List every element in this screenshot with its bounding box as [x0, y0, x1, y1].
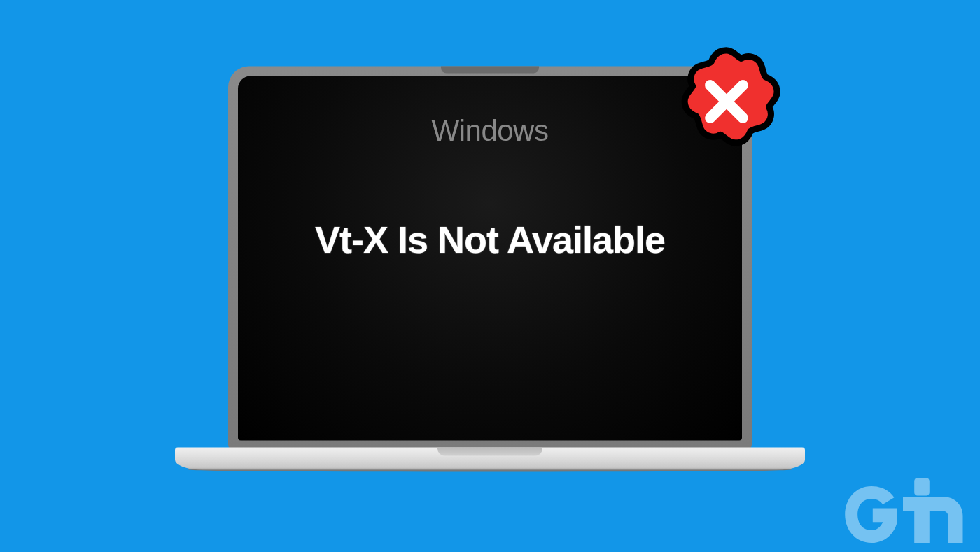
- svg-rect-2: [914, 478, 930, 495]
- laptop-screen: Windows Vt-X Is Not Available: [238, 76, 742, 440]
- error-message: Vt-X Is Not Available: [315, 218, 665, 261]
- laptop-base: [175, 447, 805, 469]
- laptop-notch: [441, 66, 539, 73]
- os-label: Windows: [432, 114, 549, 148]
- error-badge: [668, 43, 784, 159]
- gt-watermark-logo: [840, 476, 966, 546]
- x-mark-icon: [702, 77, 751, 126]
